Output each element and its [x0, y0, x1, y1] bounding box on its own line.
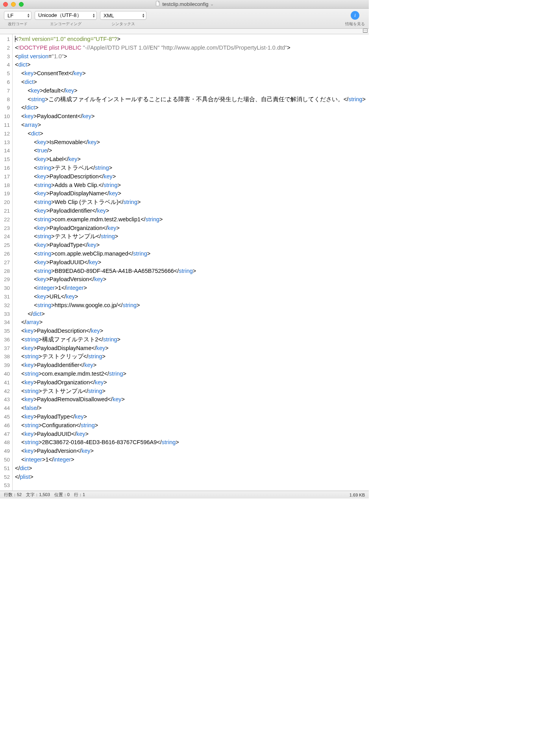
code-line[interactable]: <key>PayloadOrganization</key>: [15, 224, 366, 233]
line-number: 20: [2, 198, 10, 207]
info-icon: i: [354, 12, 356, 19]
line-number: 11: [2, 121, 10, 130]
code-line[interactable]: <key>PayloadType</key>: [15, 241, 366, 250]
line-number: 10: [2, 112, 10, 121]
info-label: 情報を見る: [345, 21, 365, 27]
line-number: 41: [2, 378, 10, 387]
code-line[interactable]: <key>PayloadDisplayName</key>: [15, 344, 366, 353]
code-line[interactable]: <string>Adds a Web Clip.</string>: [15, 181, 366, 190]
status-right: 1.69 KB: [350, 493, 365, 497]
code-line[interactable]: <integer>1</integer>: [15, 284, 366, 293]
code-line[interactable]: <key>URL</key>: [15, 293, 366, 301]
line-number: 32: [2, 301, 10, 310]
code-line[interactable]: </plist>: [15, 473, 366, 482]
code-area[interactable]: <?xml version="1.0" encoding="UTF-8"?><!…: [13, 34, 368, 491]
line-number: 4: [2, 61, 10, 69]
code-line[interactable]: <key>PayloadType</key>: [15, 413, 366, 421]
code-line[interactable]: <key>PayloadIdentifier</key>: [15, 361, 366, 370]
line-number: 14: [2, 146, 10, 155]
line-ending-value: LF: [7, 13, 13, 19]
code-line[interactable]: <string>Configuration</string>: [15, 421, 366, 430]
code-line[interactable]: <key>PayloadVersion</key>: [15, 275, 366, 284]
code-line[interactable]: <key>PayloadVersion</key>: [15, 447, 366, 456]
code-line[interactable]: <key>PayloadUUID</key>: [15, 430, 366, 439]
split-view-icon[interactable]: [363, 29, 368, 33]
info-button[interactable]: i: [351, 11, 359, 20]
updown-icon: ▴▾: [93, 13, 95, 18]
line-number: 3: [2, 52, 10, 61]
window-title: testclip.mobileconfig ⌄: [0, 1, 369, 7]
line-number: 26: [2, 250, 10, 258]
encoding-label: エンコーディング: [50, 21, 81, 27]
chevron-down-icon[interactable]: ⌄: [210, 2, 214, 7]
editor[interactable]: 1234567891011121314151617181920212223242…: [0, 34, 369, 491]
line-number: 28: [2, 267, 10, 276]
line-number: 49: [2, 447, 10, 456]
code-line[interactable]: <key>PayloadOrganization</key>: [15, 378, 366, 387]
code-line[interactable]: <!DOCTYPE plist PUBLIC "-//Apple//DTD PL…: [15, 44, 366, 52]
code-line[interactable]: </array>: [15, 318, 366, 327]
line-number: 38: [2, 352, 10, 361]
code-line[interactable]: <key>IsRemovable</key>: [15, 138, 366, 147]
line-number: 39: [2, 361, 10, 370]
code-line[interactable]: <string>com.example.mdm.test2</string>: [15, 370, 366, 378]
code-line[interactable]: <key>PayloadContent</key>: [15, 112, 366, 121]
code-line[interactable]: <key>PayloadRemovalDisallowed</key>: [15, 395, 366, 404]
line-number: 1: [2, 35, 10, 44]
code-line[interactable]: <true/>: [15, 146, 366, 155]
line-number: 42: [2, 387, 10, 396]
code-line[interactable]: <key>Label</key>: [15, 155, 366, 164]
line-number: 40: [2, 370, 10, 378]
line-number-gutter: 1234567891011121314151617181920212223242…: [0, 34, 13, 491]
code-line[interactable]: <key>ConsentText</key>: [15, 69, 366, 78]
status-left: 行数：52 文字：1,503 位置：0 行：1: [4, 492, 85, 498]
code-line[interactable]: </dict>: [15, 464, 366, 473]
code-line[interactable]: <key>default</key>: [15, 87, 366, 95]
code-line[interactable]: <key>PayloadDescription</key>: [15, 327, 366, 335]
code-line[interactable]: <string>この構成ファイルをインストールすることによる障害・不具合が発生し…: [15, 95, 366, 104]
line-number: 35: [2, 327, 10, 335]
code-line[interactable]: <string>テストクリップ</string>: [15, 352, 366, 361]
code-line[interactable]: <plist version="1.0">: [15, 52, 366, 61]
code-line[interactable]: <dict>: [15, 130, 366, 138]
code-line[interactable]: <key>PayloadDescription</key>: [15, 172, 366, 181]
code-line[interactable]: [15, 481, 366, 490]
syntax-label: シンタックス: [111, 21, 135, 27]
code-line[interactable]: <false/>: [15, 404, 366, 413]
line-ending-select[interactable]: LF ▴▾: [4, 11, 31, 20]
code-line[interactable]: <key>PayloadDisplayName</key>: [15, 189, 366, 198]
code-line[interactable]: <?xml version="1.0" encoding="UTF-8"?>: [15, 35, 366, 44]
line-number: 5: [2, 69, 10, 78]
line-number: 48: [2, 438, 10, 447]
code-line[interactable]: <string>2BC38672-0168-4ED3-B616-83767CF5…: [15, 438, 366, 447]
code-line[interactable]: <string>テストサンプル</string>: [15, 232, 366, 241]
code-line[interactable]: <key>PayloadUUID</key>: [15, 258, 366, 267]
line-number: 6: [2, 78, 10, 87]
code-line[interactable]: </dict>: [15, 310, 366, 319]
code-line[interactable]: <key>PayloadIdentifier</key>: [15, 207, 366, 215]
line-number: 8: [2, 95, 10, 104]
line-number: 2: [2, 44, 10, 52]
code-line[interactable]: <string>BB9EDA6D-89DF-4E5A-A41B-AA65B752…: [15, 267, 366, 276]
line-number: 46: [2, 421, 10, 430]
code-line[interactable]: <string>構成ファイルテスト2</string>: [15, 335, 366, 344]
code-line[interactable]: <integer>1</integer>: [15, 456, 366, 464]
line-number: 50: [2, 456, 10, 464]
code-line[interactable]: <dict>: [15, 61, 366, 69]
code-line[interactable]: <string>テストラベル</string>: [15, 164, 366, 172]
line-number: 15: [2, 155, 10, 164]
code-line[interactable]: <string>Web Clip (テストラベル)</string>: [15, 198, 366, 207]
syntax-select[interactable]: XML ▴▾: [100, 11, 146, 20]
encoding-select[interactable]: Unicode（UTF-8） ▴▾: [35, 11, 97, 20]
line-number: 36: [2, 335, 10, 344]
line-number: 52: [2, 473, 10, 482]
code-line[interactable]: <string>テストサンプル</string>: [15, 387, 366, 396]
code-line[interactable]: </dict>: [15, 104, 366, 112]
code-line[interactable]: <dict>: [15, 78, 366, 87]
line-number: 53: [2, 481, 10, 490]
line-number: 29: [2, 275, 10, 284]
code-line[interactable]: <string>com.apple.webClip.managed</strin…: [15, 250, 366, 258]
code-line[interactable]: <string>https://www.google.co.jp/</strin…: [15, 301, 366, 310]
code-line[interactable]: <array>: [15, 121, 366, 130]
code-line[interactable]: <string>com.example.mdm.test2.webclip1</…: [15, 215, 366, 224]
